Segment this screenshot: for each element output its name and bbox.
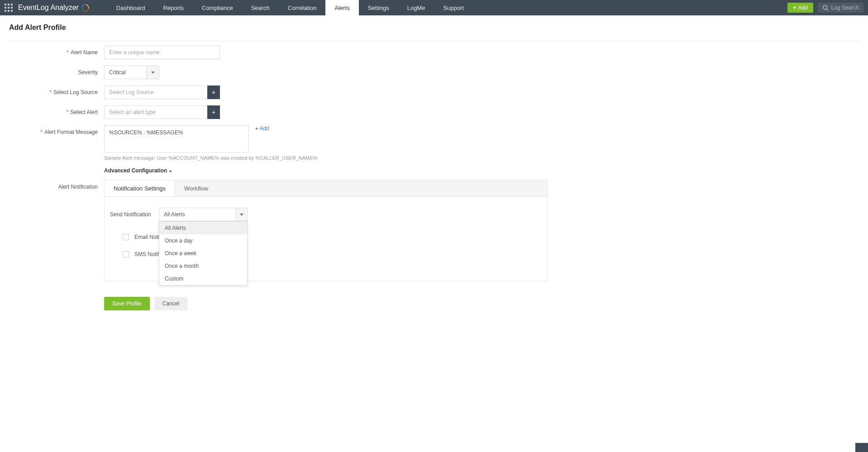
severity-value: Critical: [105, 69, 146, 76]
send-notification-trigger[interactable]: All Alerts: [159, 208, 248, 221]
svg-point-0: [823, 5, 827, 10]
sample-message-text: Sample Alert message: User %ACCOUNT_NAME…: [104, 155, 552, 161]
email-notification-checkbox[interactable]: [123, 234, 129, 240]
brand-name-2: Analyzer: [51, 4, 79, 12]
dropdown-item-all-alerts[interactable]: All Alerts: [159, 222, 247, 234]
alert-profile-form: *Alert Name Severity Critical *Select Lo…: [9, 46, 552, 310]
format-message-textarea[interactable]: [104, 125, 249, 152]
cancel-button[interactable]: Cancel: [154, 297, 187, 310]
sms-notification-checkbox[interactable]: [123, 251, 129, 257]
save-profile-button[interactable]: Save Profile: [104, 297, 150, 310]
add-button-label: Add: [798, 5, 807, 11]
page-title: Add Alert Profile: [9, 24, 859, 32]
label-alert-name: *Alert Name: [9, 46, 104, 56]
dropdown-item-once-a-week[interactable]: Once a week: [159, 247, 247, 260]
nav-settings[interactable]: Settings: [359, 0, 398, 15]
alert-name-input[interactable]: [104, 46, 220, 59]
log-search-placeholder: Log Search: [831, 5, 859, 11]
search-icon: [822, 5, 829, 11]
log-source-placeholder: Select Log Source: [105, 89, 207, 95]
notification-tabs-container: Notification Settings Workflow Send Noti…: [104, 180, 548, 281]
alert-type-placeholder: Select an alert type: [105, 109, 207, 115]
required-marker: *: [67, 49, 69, 56]
main-nav: Dashboard Reports Compliance Search Corr…: [107, 0, 473, 15]
advanced-config-label: Advanced Configuration: [104, 167, 167, 174]
log-source-select[interactable]: Select Log Source +: [104, 86, 220, 99]
nav-dashboard[interactable]: Dashboard: [107, 0, 154, 15]
label-select-alert: *Select Alert: [9, 105, 104, 115]
nav-support[interactable]: Support: [434, 0, 473, 15]
nav-alerts[interactable]: Alerts: [325, 0, 358, 15]
log-source-add-button[interactable]: +: [207, 86, 220, 99]
label-alert-notification: Alert Notification: [9, 180, 104, 190]
svg-line-1: [826, 9, 828, 11]
dropdown-item-once-a-day[interactable]: Once a day: [159, 234, 247, 247]
plus-icon: +: [212, 89, 215, 96]
add-button[interactable]: + Add: [787, 3, 813, 13]
plus-icon: +: [793, 5, 796, 11]
tab-workflow[interactable]: Workflow: [175, 181, 217, 196]
row-send-notification: Send Notification All Alerts All Alerts …: [110, 208, 542, 221]
email-notification-label: Email Noti: [134, 234, 159, 240]
label-format-message: *Alert Format Message: [9, 125, 104, 135]
tab-notification-settings[interactable]: Notification Settings: [105, 181, 175, 196]
label-send-notification: Send Notification: [110, 211, 154, 218]
nav-compliance[interactable]: Compliance: [193, 0, 242, 15]
required-marker: *: [67, 109, 69, 115]
dropdown-item-once-a-month[interactable]: Once a month: [159, 260, 247, 272]
send-notification-caret[interactable]: [235, 208, 247, 221]
plus-icon: +: [255, 126, 258, 131]
chevron-down-icon: [151, 71, 155, 74]
topbar-right: + Add Log Search: [787, 3, 863, 13]
add-link-label: Add: [259, 125, 269, 132]
row-select-alert: *Select Alert Select an alert type +: [9, 105, 552, 119]
brand-name-1: EventLog: [18, 4, 49, 12]
severity-caret[interactable]: [146, 66, 159, 79]
required-marker: *: [49, 89, 52, 95]
label-log-source: *Select Log Source: [9, 86, 104, 95]
nav-correlation[interactable]: Correlation: [279, 0, 326, 15]
alert-type-add-button[interactable]: +: [207, 105, 220, 119]
log-search-box[interactable]: Log Search: [818, 3, 863, 13]
advanced-config-toggle[interactable]: Advanced Configuration ▸: [104, 167, 172, 174]
add-macro-link[interactable]: + Add: [255, 125, 269, 132]
nav-reports[interactable]: Reports: [154, 0, 193, 15]
brand-logo[interactable]: EventLog Analyzer: [18, 4, 89, 12]
row-severity: Severity Critical: [9, 66, 552, 79]
severity-select[interactable]: Critical: [104, 66, 159, 79]
tabs-header: Notification Settings Workflow: [105, 181, 547, 197]
row-alert-notification: Alert Notification Notification Settings…: [9, 180, 552, 310]
top-navbar: EventLog Analyzer Dashboard Reports Comp…: [0, 0, 868, 15]
title-divider: [9, 41, 859, 41]
page-body: Add Alert Profile *Alert Name Severity C…: [0, 15, 868, 325]
caret-right-icon: ▸: [170, 168, 172, 173]
brand-arc-icon: [80, 2, 91, 13]
row-alert-name: *Alert Name: [9, 46, 552, 59]
required-marker: *: [40, 129, 43, 135]
tabs-body: Send Notification All Alerts All Alerts …: [105, 197, 547, 281]
sms-notification-label: SMS Notifi: [134, 251, 160, 257]
plus-icon: +: [212, 109, 215, 116]
nav-search[interactable]: Search: [242, 0, 279, 15]
send-notification-dropdown: All Alerts All Alerts Once a day Once a …: [159, 208, 248, 221]
chevron-down-icon: [240, 214, 243, 216]
send-notification-value: All Alerts: [159, 211, 235, 218]
form-actions: Save Profile Cancel: [104, 297, 552, 310]
send-notification-menu: All Alerts Once a day Once a week Once a…: [159, 221, 248, 285]
topbar-left: EventLog Analyzer: [5, 4, 89, 12]
row-format-message: *Alert Format Message + Add Sample Alert…: [9, 125, 552, 161]
row-advanced-config: Advanced Configuration ▸: [9, 167, 552, 174]
alert-type-select[interactable]: Select an alert type +: [104, 105, 220, 119]
row-log-source: *Select Log Source Select Log Source +: [9, 86, 552, 99]
nav-logme[interactable]: LogMe: [398, 0, 434, 15]
apps-grid-icon[interactable]: [5, 4, 13, 12]
label-severity: Severity: [9, 66, 104, 76]
dropdown-item-custom[interactable]: Custom: [159, 272, 247, 285]
